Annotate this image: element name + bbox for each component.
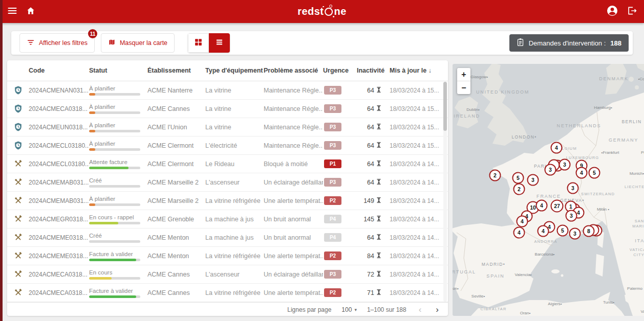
grid-view-button[interactable] [188,33,209,53]
table-row[interactable]: 2024ACMEGR0318... En cours - rappel ACME… [7,210,448,228]
zoom-out-button[interactable]: − [457,81,470,94]
show-filters-label: Afficher les filtres [39,39,88,47]
svg-text:4: 4 [518,230,521,236]
map-cluster-marker[interactable]: 2 [490,170,501,181]
table-row[interactable]: 2024ACMECA0318... Facture à valider ACME… [7,284,448,302]
cell-urgence: P3 [323,123,352,131]
map-label: •Frankfurt [602,150,620,155]
cell-mis-a-jour: 18/03/2024 à 14... [390,289,443,296]
map-cluster-marker[interactable]: 8 [584,226,594,237]
previous-page-button[interactable]: ‹ [417,305,424,314]
tools-icon [14,233,23,242]
map-cluster-marker[interactable]: 4 [536,200,547,211]
menu-button[interactable] [5,5,19,19]
map-cluster-marker[interactable]: 4 [551,143,562,153]
table-row[interactable]: 2024ACMECL03180... Attente facture ACME … [7,155,448,173]
scrollbar-thumb[interactable] [443,82,447,131]
column-header-etablissement[interactable]: Établissement [147,67,205,74]
map-label: LIECHTENS [625,185,644,189]
logout-button[interactable] [625,5,639,19]
requests-count-chip: Demandes d'intervention : 188 [509,34,629,52]
status-progress-track [89,111,140,114]
status-progress-fill [89,222,118,224]
show-filters-button[interactable]: Afficher les filtres 11 [19,33,95,53]
map-cluster-marker[interactable]: 5 [513,173,524,184]
map-island [635,85,639,89]
requests-chip-count: 188 [610,39,621,47]
rows-per-page-select[interactable]: 100 ▾ [341,306,357,313]
column-header-probleme[interactable]: Problème associé [264,67,323,74]
zoom-in-button[interactable]: + [457,68,470,81]
table-scrollbar[interactable] [443,82,447,302]
brand-gear-o-icon [325,8,333,16]
hourglass-icon [376,178,381,187]
column-header-statut[interactable]: Statut [89,67,147,74]
table-row[interactable]: 2024ACMEMAB031... Créé ACME Marseille 2 … [7,173,448,192]
cell-status: À planifier [89,85,147,96]
status-label: À planifier [89,196,142,202]
table-row[interactable]: 2024ACMEME0318... Facture à valider ACME… [7,247,448,265]
status-progress-fill [89,93,95,96]
map-cluster-marker[interactable]: 27 [551,200,563,212]
map-cluster-marker[interactable]: 5 [589,168,600,178]
cell-code: 2024ACMECL03180... [29,142,89,149]
next-page-button[interactable]: › [434,305,441,314]
svg-text:27: 27 [554,203,560,209]
column-header-mis-a-jour[interactable]: Mis à jour le ↓ [390,67,443,74]
column-header-inactivite[interactable]: Inactivité [352,67,390,74]
row-type-cell [7,196,29,205]
cell-etablissement: ACME Menton [147,253,205,260]
hourglass-icon [376,160,381,168]
row-type-cell [7,251,29,260]
table-row[interactable]: 2024ACMEME0318... Créé ACME Menton La ma… [7,228,448,247]
map-cluster-marker[interactable]: 3 [568,183,578,194]
map-label: FRANCE [536,194,561,199]
column-header-code[interactable]: Code [29,67,89,74]
status-progress-fill [89,203,95,206]
map-cluster-marker[interactable]: 3 [560,159,570,170]
map-cluster-marker[interactable]: 4 [517,216,528,227]
map-cluster-marker[interactable]: 2 [514,184,525,195]
table-row[interactable]: 2024ACMECA0318... À planifier ACME Canne… [7,100,448,118]
urgency-badge: P1 [324,159,341,168]
brand-logo: redstne [297,6,347,17]
row-type-cell [7,141,29,150]
status-label: À planifier [89,85,142,91]
map-cluster-marker[interactable]: 3 [545,165,556,175]
map-cluster-marker[interactable]: 3 [528,175,539,186]
hourglass-icon [376,105,381,113]
pagination-bar: Lignes par page 100 ▾ 1–100 sur 188 ‹ › [7,302,448,316]
account-button[interactable] [605,5,619,19]
column-header-type-equipement[interactable]: Type d'équipement [205,67,264,74]
cell-code: 2024ACMECL03180... [29,161,89,168]
urgency-badge: P3 [324,270,341,279]
table-row[interactable]: 2024ACMENAN031... À planifier ACME Nante… [7,81,448,100]
home-button[interactable] [24,5,38,19]
cell-inactivite: 72 [352,270,390,279]
list-view-button[interactable] [209,33,230,53]
cell-urgence: P3 [323,86,352,95]
table-row[interactable]: 2024ACMECL03180... À planifier ACME Cler… [7,136,448,155]
map-cluster-marker[interactable]: 3 [570,228,581,239]
status-progress-track [89,203,140,206]
table-row[interactable]: 2024ACMEUN0318... À planifier ACME l'Uni… [7,118,448,136]
column-header-urgence[interactable]: Urgence [323,67,352,74]
map-cluster-marker[interactable]: 3 [566,211,577,221]
map-cluster-marker[interactable]: 5 [557,225,568,236]
table-row[interactable]: 2024ACMECA0318... En cours ACME Cannes L… [7,265,448,284]
hide-map-button[interactable]: Masquer la carte [101,33,175,53]
map-cluster-marker[interactable]: 4 [538,226,549,237]
map-label: Palermo [627,286,642,291]
map-cluster-marker[interactable]: 4 [514,227,525,238]
cell-mis-a-jour: 18/03/2024 à 14... [390,271,443,278]
interventions-table-card: Code Statut Établissement Type d'équipem… [7,60,448,316]
user-avatar-icon [606,5,618,19]
logout-icon [627,6,637,18]
svg-text:10: 10 [530,204,536,211]
sort-desc-icon[interactable]: ↓ [428,67,432,74]
grid-view-icon [194,38,203,49]
status-label: Créé [89,233,142,239]
table-row[interactable]: 2024ACMEMAB031... À planifier ACME Marse… [7,192,448,210]
map-panel[interactable]: + − [453,64,644,316]
map-cluster-marker[interactable]: 4 [576,168,587,178]
